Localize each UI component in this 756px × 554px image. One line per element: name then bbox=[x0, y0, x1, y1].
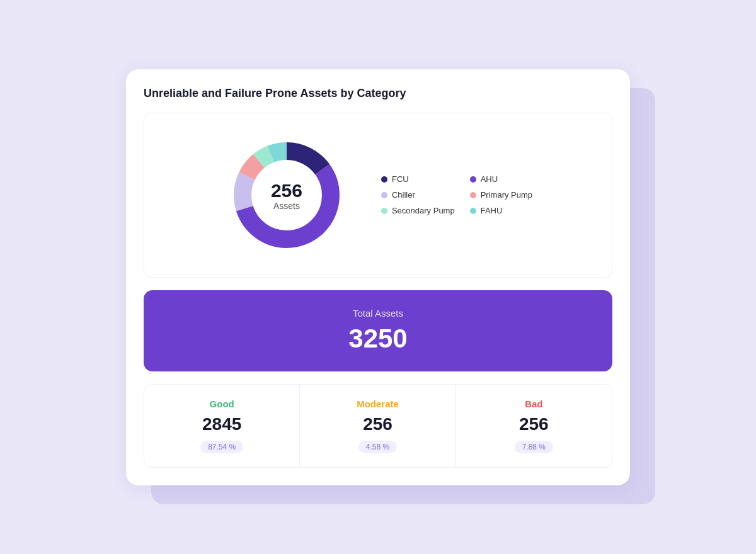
donut-chart: 256 Assets bbox=[224, 132, 350, 258]
stats-row: Good 2845 87.54 % Moderate 256 4.58 % Ba… bbox=[144, 384, 612, 468]
stat-number: 2845 bbox=[154, 414, 289, 434]
legend-dot bbox=[381, 208, 387, 214]
legend-item: FCU bbox=[381, 174, 455, 184]
legend-item: Chiller bbox=[381, 190, 455, 200]
donut-label: Assets bbox=[271, 200, 302, 210]
legend-dot bbox=[381, 176, 387, 183]
legend-label: FAHU bbox=[481, 206, 503, 215]
stat-cell: Good 2845 87.54 % bbox=[144, 385, 300, 467]
legend-dot bbox=[470, 176, 476, 183]
stat-number: 256 bbox=[310, 414, 445, 434]
legend-item: Primary Pump bbox=[470, 190, 532, 200]
stat-percent: 4.58 % bbox=[358, 441, 397, 453]
legend-item: AHU bbox=[470, 174, 532, 184]
stat-percent: 7.88 % bbox=[515, 441, 553, 453]
stat-cell: Bad 256 7.88 % bbox=[456, 385, 612, 467]
donut-number: 256 bbox=[271, 179, 302, 200]
legend-label: AHU bbox=[481, 174, 498, 184]
legend-label: FCU bbox=[392, 174, 409, 184]
legend-label: Chiller bbox=[392, 190, 415, 200]
legend-dot bbox=[381, 192, 387, 198]
stat-heading: Bad bbox=[466, 399, 602, 409]
legend-dot bbox=[470, 208, 476, 214]
legend: FCUAHUChillerPrimary PumpSecondary PumpF… bbox=[381, 174, 532, 215]
legend-label: Secondary Pump bbox=[392, 206, 455, 215]
legend-item: FAHU bbox=[470, 206, 532, 215]
stat-heading: Good bbox=[154, 399, 289, 409]
stat-number: 256 bbox=[466, 414, 602, 434]
outer-wrapper: Unreliable and Failure Prone Assets by C… bbox=[126, 69, 630, 485]
legend-label: Primary Pump bbox=[481, 190, 532, 200]
stat-heading: Moderate bbox=[310, 399, 445, 409]
stat-cell: Moderate 256 4.58 % bbox=[300, 385, 455, 467]
card-title: Unreliable and Failure Prone Assets by C… bbox=[144, 87, 612, 100]
total-banner: Total Assets 3250 bbox=[144, 290, 612, 371]
chart-area: 256 Assets FCUAHUChillerPrimary PumpSeco… bbox=[144, 113, 612, 278]
stat-percent: 87.54 % bbox=[200, 441, 243, 453]
donut-center: 256 Assets bbox=[271, 179, 302, 210]
legend-dot bbox=[470, 192, 476, 198]
main-card: Unreliable and Failure Prone Assets by C… bbox=[126, 69, 630, 485]
legend-item: Secondary Pump bbox=[381, 206, 455, 215]
total-label: Total Assets bbox=[156, 308, 600, 319]
total-value: 3250 bbox=[156, 324, 600, 354]
